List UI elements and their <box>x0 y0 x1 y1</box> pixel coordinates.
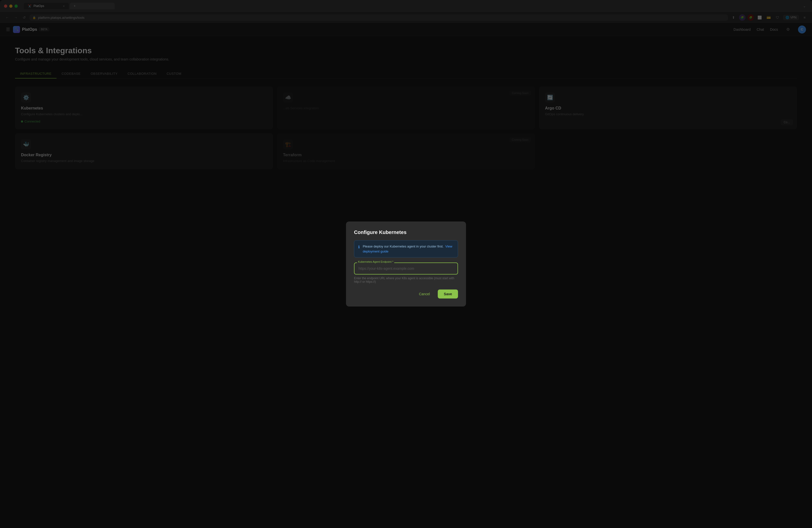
modal-title: Configure Kubernetes <box>354 230 458 235</box>
field-hint: Enter the endpoint URL where your K8s ag… <box>354 277 458 283</box>
configure-kubernetes-modal: Configure Kubernetes ℹ Please deploy our… <box>346 221 466 307</box>
main-content: Tools & Integrations Configure and manag… <box>0 36 812 528</box>
save-button[interactable]: Save <box>438 290 458 298</box>
cancel-button[interactable]: Cancel <box>415 290 434 298</box>
info-text: Please deploy our Kubernetes agent in yo… <box>363 244 454 254</box>
modal-actions: Cancel Save <box>354 290 458 298</box>
endpoint-field-group: Kubernetes Agent Endpoint * <box>354 263 458 275</box>
info-banner: ℹ Please deploy our Kubernetes agent in … <box>354 240 458 258</box>
info-icon: ℹ <box>358 244 360 250</box>
modal-overlay[interactable]: Configure Kubernetes ℹ Please deploy our… <box>0 0 812 528</box>
endpoint-field-label: Kubernetes Agent Endpoint * <box>357 260 394 263</box>
endpoint-input[interactable] <box>354 263 458 275</box>
